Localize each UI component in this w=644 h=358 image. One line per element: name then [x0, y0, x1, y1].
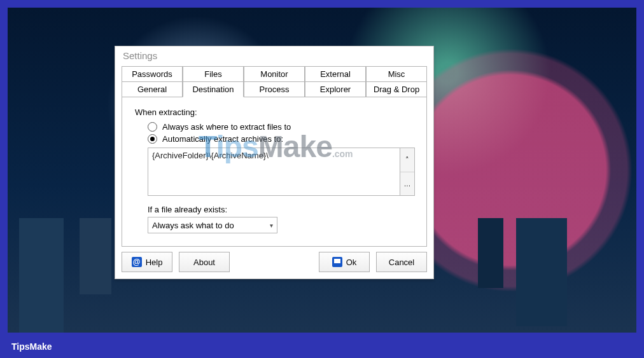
radio-auto-label: Automatically extract archives to: — [162, 134, 283, 144]
help-button-label: Help — [146, 258, 163, 267]
cancel-button[interactable]: Cancel — [376, 252, 427, 272]
button-spacer — [236, 252, 312, 272]
help-icon — [132, 257, 142, 267]
save-icon — [332, 257, 342, 267]
radio-ask[interactable] — [148, 122, 157, 132]
chevron-down-icon: ▾ — [270, 222, 273, 229]
extract-path-input[interactable] — [148, 148, 400, 196]
tab-process[interactable]: Process — [244, 81, 305, 97]
radio-auto-row[interactable]: Automatically extract archives to: — [148, 134, 415, 144]
path-side-buttons: ˄ … — [400, 148, 415, 196]
tab-general[interactable]: General — [122, 81, 183, 97]
tab-container: Passwords Files Monitor External Misc Ge… — [115, 66, 433, 247]
path-token-button[interactable]: ˄ — [400, 148, 414, 172]
wallpaper-frame: Settings Passwords Files Monitor Externa… — [8, 8, 636, 333]
caret-icon: ˄ — [405, 156, 409, 164]
dialog-title: Settings — [115, 46, 433, 66]
cancel-button-label: Cancel — [389, 258, 414, 267]
file-exists-label: If a file already exists: — [148, 205, 415, 214]
tab-explorer[interactable]: Explorer — [305, 81, 366, 97]
tab-monitor[interactable]: Monitor — [244, 66, 305, 82]
radio-ask-label: Always ask where to extract files to — [162, 122, 291, 132]
radio-auto[interactable] — [148, 134, 157, 144]
extracting-label: When extracting: — [135, 107, 415, 117]
tab-files[interactable]: Files — [183, 66, 244, 82]
destination-pane: TipsMake.com When extracting: Always ask… — [122, 97, 427, 247]
settings-dialog: Settings Passwords Files Monitor Externa… — [115, 46, 434, 279]
radio-ask-row[interactable]: Always ask where to extract files to — [148, 122, 415, 132]
ok-button-label: Ok — [346, 258, 357, 267]
page-caption: TipsMake — [11, 341, 52, 352]
tab-row-1: Passwords Files Monitor External Misc — [122, 66, 427, 82]
dialog-button-bar: Help About Ok Cancel — [115, 247, 433, 279]
about-button[interactable]: About — [179, 252, 230, 272]
path-browse-button[interactable]: … — [400, 172, 414, 196]
help-button[interactable]: Help — [122, 252, 172, 272]
tab-row-2: General Destination Process Explorer Dra… — [122, 81, 427, 97]
tab-destination[interactable]: Destination — [183, 81, 244, 97]
ellipsis-icon: … — [404, 180, 411, 188]
about-button-label: About — [193, 258, 215, 267]
file-exists-combo[interactable]: Always ask what to do ▾ — [148, 217, 277, 233]
ok-button[interactable]: Ok — [319, 252, 370, 272]
tab-misc[interactable]: Misc — [366, 66, 427, 82]
tab-external[interactable]: External — [305, 66, 366, 82]
file-exists-value: Always ask what to do — [152, 221, 234, 230]
tab-drag-drop[interactable]: Drag & Drop — [366, 81, 427, 97]
path-row: ˄ … — [148, 148, 415, 196]
tab-passwords[interactable]: Passwords — [122, 66, 183, 82]
